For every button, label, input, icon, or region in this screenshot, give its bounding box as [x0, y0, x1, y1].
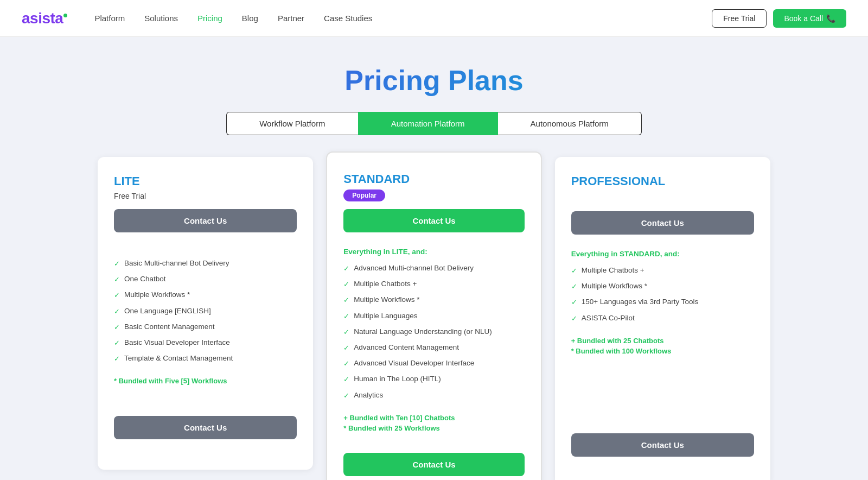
check-icon: ✓ — [114, 323, 120, 332]
check-icon: ✓ — [343, 359, 349, 369]
professional-plan-card: PROFESSIONAL Contact Us Everything in ST… — [555, 157, 770, 480]
popular-badge: Popular — [343, 190, 385, 201]
check-icon: ✓ — [571, 314, 577, 324]
platform-tabs: Workflow Platform Automation Platform Au… — [98, 112, 770, 135]
standard-tier-label: STANDARD — [343, 172, 524, 186]
main-nav: Platform Solutions Pricing Blog Partner … — [94, 14, 712, 23]
list-item: ✓150+ Languages via 3rd Party Tools — [571, 297, 754, 307]
list-item: ✓Basic Multi-channel Bot Delivery — [114, 258, 297, 269]
professional-contact-button-bottom[interactable]: Contact Us — [571, 433, 754, 457]
check-icon: ✓ — [114, 354, 120, 364]
list-item: ✓Advanced Visual Developer Interface — [343, 358, 524, 369]
standard-contact-button-bottom[interactable]: Contact Us — [343, 453, 524, 476]
lite-bundle-note-1: * Bundled with Five [5] Workflows — [114, 377, 297, 385]
check-icon: ✓ — [571, 282, 577, 292]
list-item: ✓Multiple Workflows * — [114, 290, 297, 300]
header-actions: Free Trial Book a Call 📞 — [712, 9, 846, 28]
logo-dot — [63, 14, 67, 17]
page-title: Pricing Plans — [98, 64, 770, 97]
book-call-label: Book a Call — [784, 14, 823, 23]
nav-pricing[interactable]: Pricing — [197, 14, 222, 23]
logo-text: asista — [22, 10, 67, 27]
standard-features-header: Everything in LITE, and: — [343, 248, 524, 256]
book-call-button[interactable]: Book a Call 📞 — [773, 9, 846, 28]
professional-bundle-note-2: * Bundled with 100 Workflows — [571, 347, 754, 355]
check-icon: ✓ — [343, 375, 349, 384]
check-icon: ✓ — [114, 259, 120, 269]
professional-features-header: Everything in STANDARD, and: — [571, 250, 754, 258]
professional-tier-label: PROFESSIONAL — [571, 174, 754, 188]
professional-contact-button[interactable]: Contact Us — [571, 211, 754, 235]
nav-platform[interactable]: Platform — [94, 14, 125, 23]
lite-feature-list: ✓Basic Multi-channel Bot Delivery ✓One C… — [114, 258, 297, 364]
phone-icon: 📞 — [826, 14, 835, 23]
lite-contact-button-bottom[interactable]: Contact Us — [114, 416, 297, 439]
list-item: ✓Advanced Multi-channel Bot Delivery — [343, 263, 524, 274]
standard-bundle-notes: + Bundled with Ten [10] Chatbots * Bundl… — [343, 414, 524, 438]
list-item: ✓Basic Visual Developer Interface — [114, 338, 297, 348]
check-icon: ✓ — [114, 275, 120, 285]
list-item: ✓Multiple Workflows * — [571, 281, 754, 292]
professional-feature-list: ✓Multiple Chatbots + ✓Multiple Workflows… — [571, 266, 754, 324]
list-item: ✓ASISTA Co-Pilot — [571, 313, 754, 324]
list-item: ✓One Chatbot — [114, 274, 297, 285]
list-item: ✓Natural Language Understanding (or NLU) — [343, 327, 524, 337]
list-item: ✓Analytics — [343, 390, 524, 401]
list-item: ✓Multiple Chatbots + — [571, 266, 754, 276]
standard-bundle-note-1: + Bundled with Ten [10] Chatbots — [343, 414, 524, 422]
header: asista Platform Solutions Pricing Blog P… — [0, 0, 868, 37]
list-item: ✓Multiple Workflows * — [343, 295, 524, 305]
check-icon: ✓ — [114, 307, 120, 317]
list-item: ✓Template & Contact Management — [114, 353, 297, 364]
check-icon: ✓ — [343, 264, 349, 274]
lite-tier-label: LITE — [114, 174, 297, 188]
tab-automation-platform[interactable]: Automation Platform — [358, 112, 498, 135]
list-item: ✓Multiple Languages — [343, 311, 524, 321]
check-icon: ✓ — [343, 343, 349, 353]
standard-bundle-note-2: * Bundled with 25 Workflows — [343, 424, 524, 432]
nav-partner[interactable]: Partner — [278, 14, 304, 23]
standard-contact-button[interactable]: Contact Us — [343, 209, 524, 232]
check-icon: ✓ — [343, 312, 349, 321]
check-icon: ✓ — [571, 298, 577, 307]
check-icon: ✓ — [343, 327, 349, 337]
nav-case-studies[interactable]: Case Studies — [324, 14, 372, 23]
lite-contact-button[interactable]: Contact Us — [114, 209, 297, 232]
pricing-cards: LITE Free Trial Contact Us ✓Basic Multi-… — [98, 157, 770, 480]
check-icon: ✓ — [114, 338, 120, 348]
list-item: ✓Basic Content Management — [114, 322, 297, 332]
check-icon: ✓ — [114, 290, 120, 300]
lite-bundle-notes: * Bundled with Five [5] Workflows — [114, 377, 297, 401]
list-item: ✓One Language [ENGLISH] — [114, 306, 297, 317]
lite-plan-card: LITE Free Trial Contact Us ✓Basic Multi-… — [98, 157, 313, 470]
check-icon: ✓ — [571, 266, 577, 276]
check-icon: ✓ — [343, 295, 349, 305]
list-item: ✓Human in The Loop (HITL) — [343, 374, 524, 384]
tab-autonomous-platform[interactable]: Autonomous Platform — [498, 112, 642, 135]
professional-bundle-note-1: + Bundled with 25 Chatbots — [571, 337, 754, 345]
logo[interactable]: asista — [22, 10, 67, 27]
lite-subtitle: Free Trial — [114, 192, 297, 200]
free-trial-button[interactable]: Free Trial — [712, 9, 767, 28]
check-icon: ✓ — [343, 280, 349, 289]
nav-blog[interactable]: Blog — [242, 14, 258, 23]
list-item: ✓Advanced Content Management — [343, 343, 524, 353]
tab-workflow-platform[interactable]: Workflow Platform — [226, 112, 358, 135]
nav-solutions[interactable]: Solutions — [144, 14, 178, 23]
standard-plan-card: STANDARD Popular Contact Us Everything i… — [326, 151, 541, 480]
check-icon: ✓ — [343, 391, 349, 401]
standard-feature-list: ✓Advanced Multi-channel Bot Delivery ✓Mu… — [343, 263, 524, 401]
list-item: ✓Multiple Chatbots + — [343, 279, 524, 289]
professional-bundle-notes: + Bundled with 25 Chatbots * Bundled wit… — [571, 337, 754, 361]
main-content: Pricing Plans Workflow Platform Automati… — [54, 37, 814, 480]
